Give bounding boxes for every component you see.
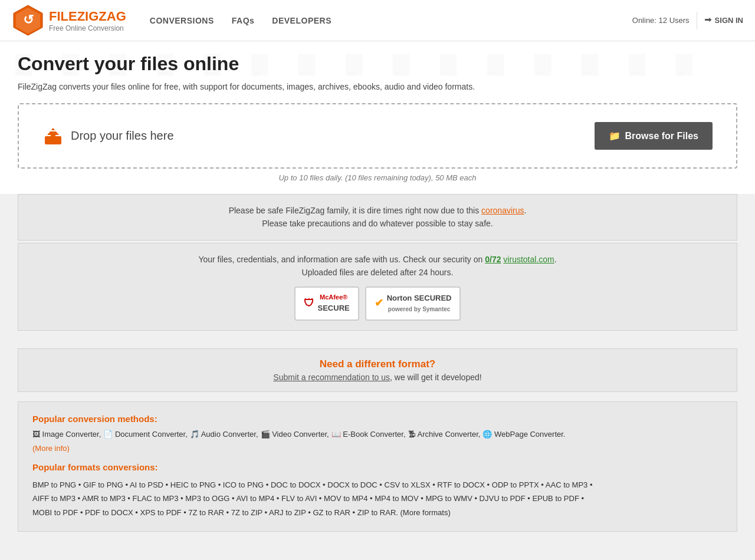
online-users: Online: 12 Users: [632, 16, 690, 25]
browse-label: Browse for Files: [625, 131, 698, 141]
submit-after-text: , we will get it developed!: [390, 373, 482, 382]
svg-rect-33: [45, 136, 61, 144]
converter-links: 🖼 Image Converter, 📄 Document Converter,…: [32, 430, 723, 439]
header: ↺ FILEZIGZAG Free Online Conversion CONV…: [0, 0, 755, 41]
format-links-line3: MOBI to PDF • PDF to DOCX • XPS to PDF •…: [32, 508, 398, 517]
logo-name: FILEZIGZAG: [49, 9, 126, 24]
need-format-sub: Submit a recommendation to us, we will g…: [273, 373, 481, 382]
coronavirus-link[interactable]: coronavirus: [481, 206, 524, 215]
video-converter-link[interactable]: 🎬 Video Converter,: [261, 430, 329, 439]
norton-badge: ✔ Norton SECURED powered by Symantec: [365, 286, 461, 321]
more-info-link[interactable]: (More info): [32, 444, 70, 453]
archive-converter-link[interactable]: 🗜 Archive Converter,: [408, 430, 481, 439]
format-box: Popular conversion methods: 🖼 Image Conv…: [18, 401, 737, 532]
security-notice: Your files, credentials, and information…: [18, 243, 737, 331]
security-text-1: Your files, credentials, and information…: [198, 255, 482, 264]
hero-subtitle: FileZigZag converts your files online fo…: [18, 82, 737, 91]
drop-zone-wrapper: Drop your files here 📁 Browse for Files …: [0, 103, 755, 194]
hero-section: PPT PDF GIF PPT PDF GIF PPT PDF GIF PPT: [0, 41, 755, 103]
virustotal-link[interactable]: virustotal.com: [503, 255, 554, 264]
hero-title: Convert your files online: [18, 53, 737, 75]
svg-rect-35: [50, 130, 57, 131]
signin-button[interactable]: ⮕ SIGN IN: [704, 16, 743, 25]
need-format-box: Need a different format? Submit a recomm…: [18, 348, 737, 392]
svg-marker-34: [47, 128, 59, 137]
notices-section: Please be safe FileZigZag family, it is …: [0, 194, 755, 331]
drop-zone[interactable]: Drop your files here 📁 Browse for Files: [18, 103, 737, 169]
norton-text: Norton SECURED powered by Symantec: [387, 292, 452, 314]
popular-formats-title: Popular formats conversions:: [32, 462, 723, 472]
signin-label: SIGN IN: [715, 16, 743, 25]
nav-faqs[interactable]: FAQs: [232, 16, 255, 25]
safety-text-2: Please take precautions and do whatever …: [262, 219, 493, 228]
popular-section: Need a different format? Submit a recomm…: [0, 331, 755, 538]
mcafee-text: McAfee® SECURE: [318, 292, 350, 315]
logo-name-start: FILE: [49, 9, 77, 24]
nav-conversions[interactable]: CONVERSIONS: [150, 16, 214, 25]
logo-text-area: FILEZIGZAG Free Online Conversion: [49, 9, 126, 32]
logo-name-highlight: ZIGZAG: [77, 9, 126, 24]
format-links-line2: AIFF to MP3 • AMR to MP3 • FLAC to MP3 •…: [32, 494, 584, 503]
browse-icon: 📁: [609, 130, 621, 141]
logo-icon: ↺: [12, 4, 44, 37]
main-nav: CONVERSIONS FAQs DEVELOPERS: [150, 16, 632, 25]
header-divider: [697, 12, 697, 29]
safety-notice: Please be safe FileZigZag family, it is …: [18, 194, 737, 241]
mcafee-badge: 🛡 McAfee® SECURE: [294, 286, 359, 321]
logo-subtitle: Free Online Conversion: [49, 24, 126, 32]
image-converter-link[interactable]: 🖼 Image Converter,: [32, 430, 101, 439]
upload-icon: [42, 126, 64, 147]
safety-text-1: Please be safe FileZigZag family, it is …: [229, 206, 480, 215]
drop-zone-label: Drop your files here: [71, 129, 174, 143]
file-limit-text: Up to 10 files daily. (10 files remainin…: [18, 169, 737, 182]
browse-files-button[interactable]: 📁 Browse for Files: [595, 122, 713, 150]
security-text-2: Uploaded files are deleted after 24 hour…: [302, 268, 454, 277]
nav-developers[interactable]: DEVELOPERS: [272, 16, 331, 25]
logo-area: ↺ FILEZIGZAG Free Online Conversion: [12, 4, 126, 37]
document-converter-link[interactable]: 📄 Document Converter,: [103, 430, 187, 439]
virustotal-score[interactable]: 0/72: [485, 255, 501, 264]
signin-icon: ⮕: [704, 16, 712, 25]
security-logos: 🛡 McAfee® SECURE ✔ Norton SECURED powere…: [30, 286, 725, 321]
more-formats-link[interactable]: (More formats): [401, 508, 451, 517]
audio-converter-link[interactable]: 🎵 Audio Converter,: [190, 430, 258, 439]
norton-icon: ✔: [375, 295, 383, 312]
ebook-converter-link[interactable]: 📖 E-Book Converter,: [331, 430, 406, 439]
need-format-title: Need a different format?: [28, 358, 727, 370]
mcafee-icon: 🛡: [304, 295, 314, 312]
webpage-converter-link[interactable]: 🌐 WebPage Converter.: [482, 430, 565, 439]
format-links-line1: BMP to PNG • GIF to PNG • AI to PSD • HE…: [32, 480, 592, 489]
submit-recommendation-link[interactable]: Submit a recommendation to us: [273, 373, 390, 382]
drop-zone-left: Drop your files here: [42, 126, 174, 147]
format-links: BMP to PNG • GIF to PNG • AI to PSD • HE…: [32, 478, 723, 519]
popular-methods-title: Popular conversion methods:: [32, 414, 723, 424]
svg-text:↺: ↺: [23, 12, 34, 27]
header-right: Online: 12 Users ⮕ SIGN IN: [632, 12, 743, 29]
